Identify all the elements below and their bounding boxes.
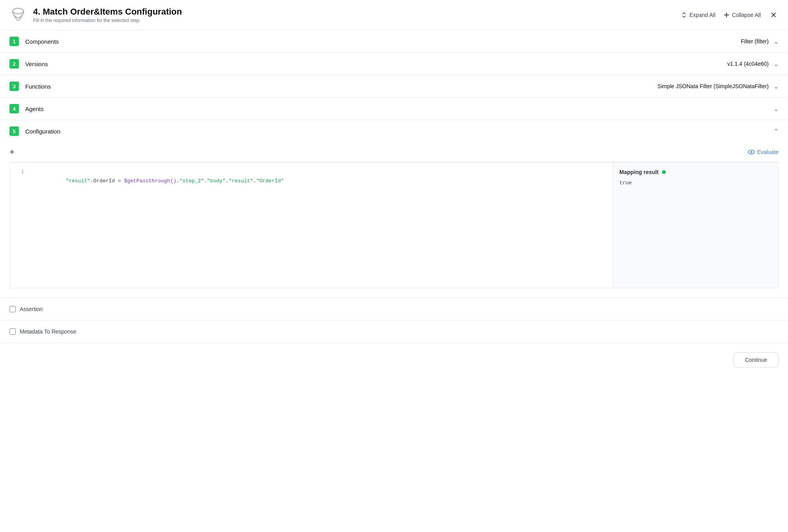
section-label-versions: Versions — [25, 61, 727, 67]
continue-button[interactable]: Continue — [734, 352, 779, 367]
assertion-checkbox[interactable] — [9, 306, 16, 312]
mapping-result-value: true — [619, 180, 772, 186]
section-label-functions: Functions — [25, 83, 658, 90]
svg-point-0 — [13, 8, 24, 14]
section-value-versions: v1.1.4 (4c04e60) — [727, 61, 769, 67]
chevron-down-icon-3: ⌄ — [773, 83, 779, 90]
page-title: 4. Match Order&Items Configuration — [33, 7, 675, 17]
step-badge-5: 5 — [9, 126, 19, 136]
mapping-result-panel: Mapping result true — [613, 163, 778, 288]
line-numbers: 1 — [16, 169, 24, 282]
evaluate-button[interactable]: Evaluate — [748, 148, 779, 156]
code-content: "result".OrderId = $getPassthrough()."st… — [29, 169, 606, 282]
config-body: + Evaluate 1 "result".OrderId = $getPass… — [0, 142, 788, 298]
page-icon — [9, 6, 27, 24]
assertion-label[interactable]: Assertion — [20, 306, 43, 312]
eye-icon — [748, 148, 755, 156]
assertion-row: Assertion — [0, 298, 788, 321]
page-header: 4. Match Order&Items Configuration Fill … — [0, 0, 788, 30]
section-agents[interactable]: 4 Agents ⌄ — [0, 98, 788, 120]
chevron-down-icon-4: ⌄ — [773, 105, 779, 113]
mapping-result-header: Mapping result — [619, 169, 772, 175]
metadata-checkbox[interactable] — [9, 328, 16, 335]
editor-container: 1 "result".OrderId = $getPassthrough()."… — [9, 162, 779, 288]
section-label-agents: Agents — [25, 106, 769, 112]
section-versions[interactable]: 2 Versions v1.1.4 (4c04e60) ⌄ — [0, 53, 788, 75]
collapse-all-label: Collapse All — [732, 12, 761, 18]
step-badge-4: 4 — [9, 104, 19, 113]
header-text-group: 4. Match Order&Items Configuration Fill … — [33, 7, 675, 23]
expand-all-label: Expand All — [690, 12, 716, 18]
close-button[interactable]: ✕ — [769, 9, 779, 21]
collapse-all-button[interactable]: Collapse All — [723, 12, 761, 18]
add-button[interactable]: + — [9, 147, 15, 157]
mapping-result-label: Mapping result — [619, 169, 659, 175]
section-label-components: Components — [25, 38, 741, 45]
step-badge-2: 2 — [9, 59, 19, 69]
section-label-configuration: Configuration — [25, 128, 773, 135]
config-toolbar: + Evaluate — [9, 142, 779, 162]
metadata-row: Metadata To Response — [0, 321, 788, 343]
section-value-components: Filter (filter) — [741, 38, 769, 44]
step-badge-3: 3 — [9, 82, 19, 91]
chevron-up-icon-5: ⌃ — [773, 128, 779, 135]
config-header[interactable]: 5 Configuration ⌃ — [0, 120, 788, 142]
chevron-down-icon-2: ⌄ — [773, 60, 779, 68]
code-line-1: "result".OrderId = $getPassthrough()."st… — [29, 169, 606, 193]
section-functions[interactable]: 3 Functions Simple JSONata Filter (Simpl… — [0, 75, 788, 98]
footer: Continue — [0, 343, 788, 377]
header-actions: Expand All Collapse All ✕ — [681, 9, 779, 21]
evaluate-label: Evaluate — [757, 149, 779, 155]
chevron-down-icon-1: ⌄ — [773, 38, 779, 45]
page-subtitle: Fill in the required information for the… — [33, 18, 675, 23]
metadata-label[interactable]: Metadata To Response — [20, 328, 76, 335]
expand-all-button[interactable]: Expand All — [681, 12, 716, 18]
step-badge-1: 1 — [9, 37, 19, 46]
section-components[interactable]: 1 Components Filter (filter) ⌄ — [0, 30, 788, 53]
section-value-functions: Simple JSONata Filter (SimpleJSONataFilt… — [658, 83, 769, 89]
status-dot-success — [662, 170, 666, 174]
section-configuration: 5 Configuration ⌃ + Evaluate 1 — [0, 120, 788, 298]
code-editor[interactable]: 1 "result".OrderId = $getPassthrough()."… — [10, 163, 613, 288]
svg-point-2 — [750, 151, 752, 153]
